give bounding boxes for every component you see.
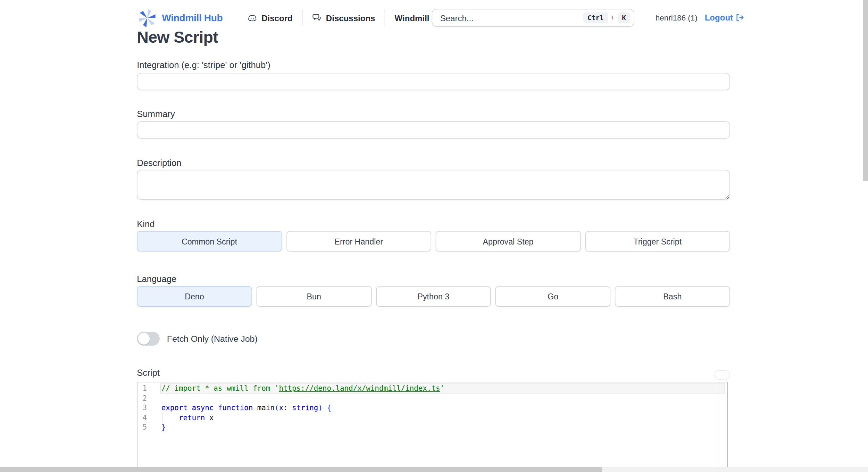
description-textarea[interactable] — [137, 170, 730, 200]
editor-gutter: 12345 — [137, 383, 160, 432]
horizontal-scrollbar-thumb[interactable] — [0, 467, 602, 472]
line-number: 1 — [137, 383, 160, 393]
search-shortcut: Ctrl + K — [583, 12, 630, 23]
kbd-ctrl: Ctrl — [583, 12, 608, 23]
code-line[interactable]: // import * as wmill from 'https://deno.… — [161, 383, 727, 393]
language-options: Deno Bun Python 3 Go Bash — [137, 286, 730, 307]
editor-theme-toggle-pill[interactable] — [715, 370, 730, 380]
kind-option-error-handler[interactable]: Error Handler — [286, 231, 431, 251]
nav-divider — [302, 10, 303, 26]
logout-icon — [735, 13, 744, 22]
code-line[interactable]: } — [161, 422, 727, 432]
kind-option-common-script[interactable]: Common Script — [137, 231, 282, 251]
line-number: 4 — [137, 413, 160, 422]
kind-options: Common Script Error Handler Approval Ste… — [137, 231, 730, 251]
page-title: New Script — [137, 28, 218, 47]
toggle-knob — [138, 333, 150, 345]
logout-button[interactable]: Logout — [705, 13, 745, 22]
windmill-hub-logo[interactable]: Windmill Hub — [137, 8, 223, 28]
fetch-only-toggle[interactable] — [137, 332, 160, 346]
fetch-only-label: Fetch Only (Native Job) — [167, 334, 258, 344]
language-option-go[interactable]: Go — [495, 286, 610, 307]
nav-item-windmill[interactable]: Windmill — [395, 13, 429, 23]
nav-divider — [385, 10, 385, 26]
summary-label: Summary — [137, 109, 175, 119]
line-number: 3 — [137, 403, 160, 413]
editor-code-lines: // import * as wmill from 'https://deno.… — [161, 383, 727, 432]
windmill-logo-icon — [137, 8, 157, 28]
integration-label: Integration (e.g: 'stripe' or 'github') — [137, 60, 270, 70]
indent-guide — [162, 412, 163, 422]
logo-text: Windmill Hub — [162, 12, 223, 24]
integration-input[interactable] — [137, 73, 730, 90]
nav-item-discord[interactable]: Discord — [247, 13, 293, 23]
nav-label-discord: Discord — [261, 13, 293, 23]
kind-option-approval-step[interactable]: Approval Step — [436, 231, 581, 251]
line-number: 2 — [137, 393, 160, 403]
search-input[interactable] — [440, 13, 583, 23]
logout-label: Logout — [705, 13, 733, 22]
kind-label: Kind — [137, 219, 155, 229]
kbd-plus: + — [611, 14, 615, 22]
language-option-bash[interactable]: Bash — [615, 286, 730, 307]
vertical-scrollbar-thumb[interactable] — [863, 0, 868, 181]
code-line[interactable] — [161, 393, 727, 403]
fetch-only-row: Fetch Only (Native Job) — [137, 332, 257, 346]
language-option-bun[interactable]: Bun — [256, 286, 371, 307]
code-line[interactable]: return x — [161, 413, 727, 422]
script-label: Script — [137, 368, 160, 378]
editor-scrollbar-gutter — [718, 382, 718, 472]
search-box[interactable]: Ctrl + K — [432, 9, 634, 27]
summary-input[interactable] — [137, 121, 730, 139]
code-line[interactable]: export async function main(x: string) { — [161, 403, 727, 413]
username-label: henri186 (1) — [656, 13, 698, 22]
nav-label-windmill: Windmill — [395, 13, 429, 23]
user-area: henri186 (1) Logout — [656, 0, 745, 35]
discord-icon — [247, 13, 258, 23]
language-option-deno[interactable]: Deno — [137, 286, 252, 307]
description-label: Description — [137, 158, 181, 168]
kind-option-trigger-script[interactable]: Trigger Script — [585, 231, 730, 251]
discussions-icon — [312, 13, 322, 23]
kbd-k: K — [617, 12, 630, 23]
nav-label-discussions: Discussions — [326, 13, 375, 23]
header-nav: Discord Discussions Windmill — [247, 7, 429, 29]
horizontal-scrollbar[interactable] — [0, 467, 868, 472]
page: Windmill Hub Discord Discussions — [0, 0, 868, 472]
nav-item-discussions[interactable]: Discussions — [312, 13, 375, 23]
language-label: Language — [137, 274, 176, 284]
line-number: 5 — [137, 422, 160, 432]
language-option-python3[interactable]: Python 3 — [376, 286, 491, 307]
code-editor[interactable]: 12345 // import * as wmill from 'https:/… — [137, 382, 728, 472]
